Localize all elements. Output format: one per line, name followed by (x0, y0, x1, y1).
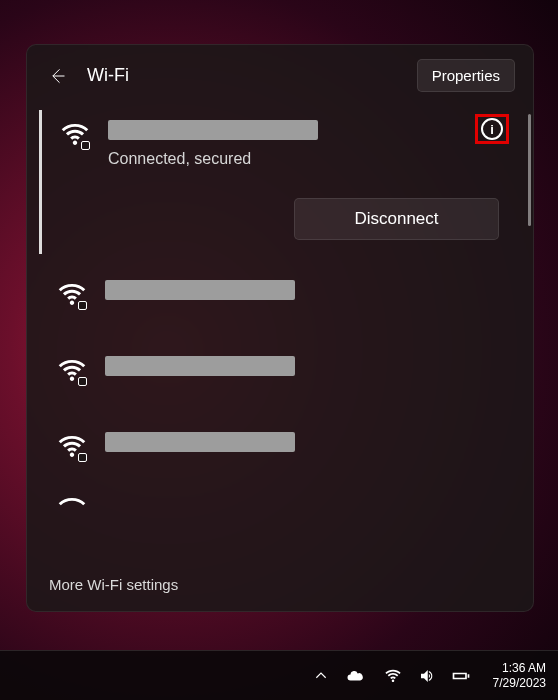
clock[interactable]: 1:36 AM 7/29/2023 (489, 661, 546, 691)
battery-tray-icon (451, 666, 471, 686)
lock-icon (78, 377, 87, 386)
connection-status: Connected, secured (108, 150, 503, 168)
lock-icon (78, 301, 87, 310)
wifi-secured-icon (60, 120, 90, 150)
network-ssid-redacted (105, 356, 295, 376)
network-item[interactable] (35, 406, 529, 482)
disconnect-button[interactable]: Disconnect (294, 198, 499, 240)
wifi-icon (57, 494, 87, 510)
taskbar: 1:36 AM 7/29/2023 (0, 650, 558, 700)
wifi-secured-icon (57, 356, 87, 386)
back-button[interactable] (45, 64, 69, 88)
network-item[interactable] (35, 254, 529, 330)
network-ssid-redacted (105, 280, 295, 300)
network-item[interactable] (35, 330, 529, 406)
network-item[interactable] (35, 482, 529, 510)
properties-button[interactable]: Properties (417, 59, 515, 92)
wifi-secured-icon (57, 280, 87, 310)
wifi-secured-icon (57, 432, 87, 462)
flyout-header: Wi-Fi Properties (27, 45, 533, 110)
more-wifi-settings[interactable]: More Wi-Fi settings (27, 559, 533, 611)
clock-time: 1:36 AM (493, 661, 546, 676)
network-item-connected[interactable]: Connected, secured Disconnect i (39, 110, 529, 254)
network-list: Connected, secured Disconnect i (27, 110, 533, 559)
flyout-title: Wi-Fi (87, 65, 399, 86)
info-button-highlight: i (475, 114, 509, 144)
clock-date: 7/29/2023 (493, 676, 546, 691)
info-button[interactable]: i (481, 118, 503, 140)
network-ssid-redacted (108, 120, 318, 140)
onedrive-icon[interactable] (345, 666, 365, 686)
network-ssid-redacted (105, 432, 295, 452)
lock-icon (78, 453, 87, 462)
volume-tray-icon (417, 666, 437, 686)
lock-icon (81, 141, 90, 150)
system-tray[interactable] (375, 662, 479, 690)
tray-overflow-button[interactable] (307, 662, 335, 690)
wifi-tray-icon (383, 666, 403, 686)
wifi-flyout: Wi-Fi Properties Connected, secured Disc… (26, 44, 534, 612)
